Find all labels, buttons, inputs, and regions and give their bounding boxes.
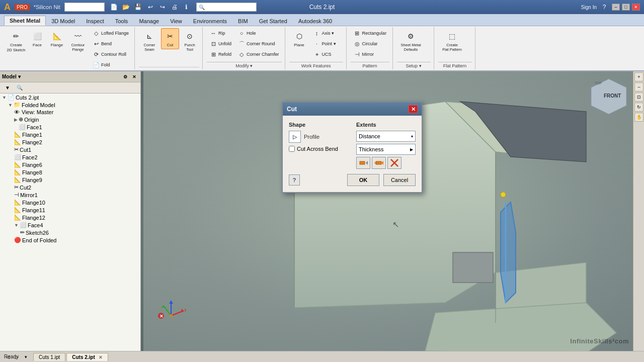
- viewport[interactable]: X ✕ FRONT: [141, 71, 644, 351]
- tab-bim[interactable]: BIM: [232, 16, 254, 26]
- cut-across-bend-checkbox[interactable]: [289, 146, 295, 152]
- mirror-pattern-btn[interactable]: ⊣Mirror: [351, 49, 389, 59]
- corner-seam-btn[interactable]: ⊾ CornerSeam: [139, 28, 160, 54]
- tree-item-face4[interactable]: ▼ ⬜ Face4: [0, 221, 140, 229]
- contour-flange-btn[interactable]: 〰 ContourFlange: [67, 28, 89, 54]
- hole-btn[interactable]: ○Hole: [235, 28, 282, 38]
- tree-item-flange10[interactable]: 📐 Flange10: [0, 199, 140, 206]
- search-bar[interactable]: 🔍: [196, 3, 257, 12]
- open-btn[interactable]: 📂: [121, 2, 132, 12]
- tree-item-flange9[interactable]: 📐 Flange9: [0, 176, 140, 184]
- rectangular-btn[interactable]: ⊞Rectangular: [351, 28, 389, 38]
- point-btn[interactable]: ·Point ▾: [310, 39, 339, 49]
- cancel-button[interactable]: Cancel: [383, 174, 416, 186]
- direction-both-btn[interactable]: [372, 157, 386, 169]
- sidebar-settings-btn[interactable]: ⚙: [121, 73, 129, 80]
- tab-tools[interactable]: Tools: [110, 16, 134, 26]
- create-flat-pattern-btn[interactable]: ⬚ CreateFlat Pattern: [438, 28, 466, 54]
- refold-btn[interactable]: ⊞Refold: [207, 49, 234, 59]
- minimize-btn[interactable]: –: [612, 4, 620, 11]
- help-btn-title[interactable]: ?: [599, 2, 610, 12]
- tab-cuts2-close[interactable]: ✕: [99, 355, 103, 360]
- tab-menu-btn[interactable]: ▾: [22, 353, 29, 360]
- tree-item-flange1[interactable]: 📐 Flange1: [0, 131, 140, 138]
- punch-tool-btn[interactable]: ⊙ PunchTool: [180, 28, 199, 54]
- ucs-btn[interactable]: ⌖UCS: [310, 49, 339, 59]
- generic-dropdown[interactable]: Generic ▾: [64, 3, 105, 12]
- tree-item-cut2[interactable]: ✂ Cut2: [0, 184, 140, 191]
- nav-cube[interactable]: FRONT TOP: [589, 76, 629, 117]
- search-input[interactable]: [205, 5, 250, 10]
- create-sketch-btn[interactable]: ✏ Create2D Sketch: [5, 28, 27, 54]
- dialog-close-btn[interactable]: ✕: [409, 105, 418, 113]
- close-btn[interactable]: ✕: [632, 4, 640, 11]
- tree-item-origin[interactable]: ▶ ⊕ Origin: [0, 116, 140, 123]
- cut-btn[interactable]: ✂ Cut: [161, 28, 179, 49]
- distance-dropdown[interactable]: Distance ▾: [356, 131, 416, 142]
- tab-cuts1[interactable]: Cuts 1.ipt: [33, 353, 65, 361]
- zoom-out-btn[interactable]: –: [634, 82, 643, 92]
- maximize-btn[interactable]: □: [622, 4, 630, 11]
- tree-item-flange8[interactable]: 📐 Flange8: [0, 168, 140, 176]
- unfold-btn[interactable]: ⊡Unfold: [207, 39, 234, 49]
- bend-btn[interactable]: ↩Bend: [90, 39, 131, 49]
- sidebar-filter-btn[interactable]: ▼: [2, 83, 13, 93]
- tree-item-flange12[interactable]: 📐 Flange12: [0, 214, 140, 221]
- tree-item-end-of-folded[interactable]: 🔴 End of Folded: [0, 236, 140, 244]
- corner-round-btn[interactable]: ⌒Corner Round: [235, 39, 282, 49]
- plane-btn[interactable]: ⬡ Plane: [289, 28, 309, 49]
- circular-btn[interactable]: ◎Circular: [351, 39, 389, 49]
- tree-item-flange11[interactable]: 📐 Flange11: [0, 206, 140, 214]
- tab-cuts2[interactable]: Cuts 2.ipt ✕: [66, 353, 108, 361]
- sheet-metal-defaults-btn[interactable]: ⚙ Sheet MetalDefaults: [397, 28, 425, 54]
- print-btn[interactable]: 🖨: [169, 2, 180, 12]
- tree-item-flange6[interactable]: 📐 Flange6: [0, 161, 140, 168]
- tab-sheet-metal[interactable]: Sheet Metal: [4, 16, 46, 26]
- tree-item-face2[interactable]: ⬜ Face2: [0, 153, 140, 161]
- axis-btn[interactable]: ↕Axis ▾: [310, 28, 339, 38]
- tree-item-mirror1[interactable]: ⊣ Mirror1: [0, 191, 140, 199]
- rotate-btn[interactable]: ↻: [634, 103, 643, 112]
- thickness-dropdown[interactable]: Thickness ▶: [356, 144, 416, 155]
- lofted-flange-btn[interactable]: ◇Lofted Flange: [90, 28, 131, 38]
- profile-btn[interactable]: ▷: [289, 131, 301, 143]
- fit-btn[interactable]: ⊡: [634, 93, 643, 102]
- undo-btn[interactable]: ↩: [145, 2, 156, 12]
- fold-btn[interactable]: 📄Fold: [90, 60, 131, 70]
- redo-btn[interactable]: ↪: [157, 2, 168, 12]
- new-btn[interactable]: 📄: [109, 2, 120, 12]
- corner-chamfer-btn[interactable]: ◇Corner Chamfer: [235, 49, 282, 59]
- props-btn[interactable]: ℹ: [181, 2, 192, 12]
- save-btn[interactable]: 💾: [133, 2, 144, 12]
- tree-item-folded-model[interactable]: ▼ 📁 Folded Model: [0, 101, 140, 109]
- tab-environments[interactable]: Environments: [188, 16, 232, 26]
- direction-cut-btn[interactable]: [387, 157, 401, 169]
- sidebar-expand-btn[interactable]: ✕: [130, 73, 138, 80]
- tab-inspect[interactable]: Inspect: [80, 16, 109, 26]
- tree-item-sketch26[interactable]: ✏ Sketch26: [0, 229, 140, 236]
- zoom-in-btn[interactable]: +: [634, 72, 643, 81]
- tree-item-face1[interactable]: ▶ ⬜ Face1: [0, 123, 140, 131]
- tab-autodesk360[interactable]: Autodesk 360: [293, 16, 338, 26]
- tab-view[interactable]: View: [165, 16, 188, 26]
- tab-manage[interactable]: Manage: [133, 16, 165, 26]
- tab-3d-model[interactable]: 3D Model: [46, 16, 80, 26]
- pan-btn[interactable]: ✋: [634, 113, 643, 122]
- help-button[interactable]: ?: [289, 174, 300, 186]
- main-area: Model ▾ ⚙ ✕ ▼ 🔍 ▼ 📄 Cuts 2.ipt ▼ 📁 Folde…: [0, 71, 644, 351]
- tab-get-started[interactable]: Get Started: [254, 16, 293, 26]
- flange-btn[interactable]: 📐 Flange: [47, 28, 66, 49]
- tree-item-view-master[interactable]: 👁 View: Master: [0, 109, 140, 116]
- sign-in-btn[interactable]: Sign In: [581, 5, 597, 10]
- direction-one-btn[interactable]: [356, 157, 370, 169]
- rip-btn[interactable]: ↔Rip: [207, 28, 234, 38]
- tree-item-cut1[interactable]: ✂ Cut1: [0, 146, 140, 153]
- contour-roll-btn[interactable]: ⟳Contour Roll: [90, 49, 131, 59]
- face-btn[interactable]: ⬜ Face: [28, 28, 46, 49]
- tree-item-cuts2[interactable]: ▼ 📄 Cuts 2.ipt: [0, 94, 140, 101]
- extents-label: Extents: [356, 122, 416, 128]
- tree-item-flange2[interactable]: 📐 Flange2: [0, 138, 140, 146]
- mirror-pattern-icon: ⊣: [353, 50, 361, 58]
- sidebar-search-btn[interactable]: 🔍: [14, 83, 25, 93]
- ok-button[interactable]: OK: [347, 174, 379, 186]
